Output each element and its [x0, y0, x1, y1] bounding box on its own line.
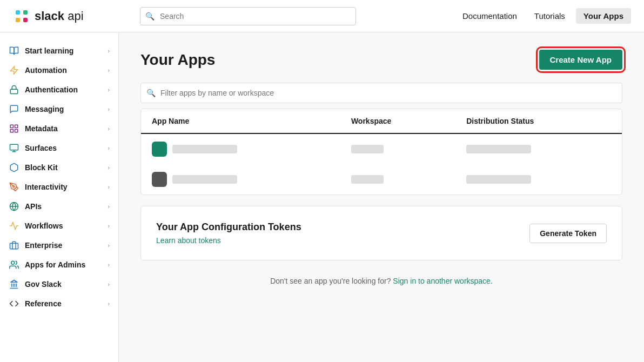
apps-table: App Name Workspace Distribution Status [141, 109, 622, 195]
search-icon: 🔍 [145, 12, 155, 21]
learn-about-tokens-link[interactable]: Learn about tokens [156, 236, 221, 245]
sidebar-item-gov-slack[interactable]: Gov Slack › [0, 274, 118, 294]
sidebar-label-apps-for-admins: Apps for Admins [25, 260, 85, 269]
sidebar-item-enterprise[interactable]: Enterprise › [0, 236, 118, 255]
status-blurred [466, 175, 531, 184]
status-cell [455, 133, 622, 164]
svg-rect-16 [10, 243, 18, 249]
workspace-cell [340, 164, 455, 195]
svg-rect-8 [15, 130, 18, 132]
svg-marker-23 [11, 280, 17, 283]
sidebar-label-block-kit: Block Kit [25, 163, 58, 172]
app-name-cell [141, 164, 340, 195]
sidebar-item-workflows[interactable]: Workflows › [0, 216, 118, 236]
app-name-blurred [172, 145, 237, 153]
sidebar-item-reference[interactable]: Reference › [0, 294, 118, 313]
col-distribution-status: Distribution Status [455, 109, 622, 133]
svg-point-17 [11, 261, 15, 264]
sidebar-label-enterprise: Enterprise [25, 241, 62, 250]
sidebar-label-interactivity: Interactivity [25, 183, 68, 191]
logo-wordmark: slack api [35, 9, 84, 23]
interact-icon [9, 182, 19, 192]
sidebar-item-automation[interactable]: Automation › [0, 61, 118, 80]
svg-rect-5 [10, 89, 18, 93]
svg-rect-6 [10, 125, 13, 128]
sidebar-item-interactivity[interactable]: Interactivity › [0, 177, 118, 197]
chevron-icon: › [108, 106, 110, 112]
grid-icon [9, 123, 19, 134]
tokens-info: Your App Configuration Tokens Learn abou… [156, 222, 301, 245]
col-workspace: Workspace [340, 109, 455, 133]
create-new-app-button[interactable]: Create New App [539, 50, 622, 70]
sidebar-label-automation: Automation [25, 66, 67, 75]
bolt-icon [9, 65, 19, 76]
sidebar-item-surfaces[interactable]: Surfaces › [0, 138, 118, 158]
generate-token-button[interactable]: Generate Token [529, 224, 607, 243]
sidebar-item-apis[interactable]: APIs › [0, 197, 118, 216]
sidebar-item-messaging[interactable]: Messaging › [0, 99, 118, 119]
table-row[interactable] [141, 133, 622, 164]
admin-icon [9, 259, 19, 270]
chevron-icon: › [108, 203, 110, 210]
svg-rect-2 [16, 18, 20, 22]
app-avatar [152, 142, 167, 157]
sidebar-item-start-learning[interactable]: Start learning › [0, 41, 118, 61]
chat-icon [9, 104, 19, 115]
search-input[interactable] [140, 7, 356, 25]
lock-icon [9, 84, 19, 95]
sidebar-label-surfaces: Surfaces [25, 144, 57, 152]
filter-apps-input[interactable] [140, 83, 622, 103]
sidebar-label-authentication: Authentication [25, 85, 78, 94]
app-name-blurred [172, 175, 237, 184]
app-name-cell [141, 133, 340, 164]
page-title: Your Apps [140, 51, 215, 69]
code-icon [9, 298, 19, 309]
header: slack api 🔍 Documentation Tutorials Your… [0, 0, 644, 32]
logo-area: slack api [13, 8, 84, 25]
status-blurred [466, 145, 531, 153]
sidebar-label-messaging: Messaging [25, 105, 64, 113]
sidebar-label-metadata: Metadata [25, 124, 58, 133]
sidebar-item-metadata[interactable]: Metadata › [0, 119, 118, 138]
chevron-icon: › [108, 281, 110, 287]
sidebar-label-gov-slack: Gov Slack [25, 280, 62, 289]
documentation-link[interactable]: Documentation [456, 8, 524, 24]
tutorials-link[interactable]: Tutorials [528, 8, 572, 24]
page-layout: Start learning › Automation › Authentica… [0, 32, 644, 362]
app-avatar [152, 172, 167, 187]
page-header: Your Apps Create New App [140, 50, 622, 70]
sidebar-item-block-kit[interactable]: Block Kit › [0, 158, 118, 177]
svg-marker-4 [10, 66, 18, 75]
sidebar-label-reference: Reference [25, 299, 62, 308]
svg-rect-7 [15, 125, 18, 128]
svg-rect-10 [10, 144, 18, 150]
your-apps-nav-button[interactable]: Your Apps [576, 8, 631, 24]
chevron-icon: › [108, 125, 110, 132]
table-header-row: App Name Workspace Distribution Status [141, 109, 622, 133]
footer-text: Don't see an app you're looking for? [270, 277, 391, 285]
chevron-icon: › [108, 184, 110, 190]
status-cell [455, 164, 622, 195]
svg-rect-3 [23, 18, 28, 22]
book-icon [9, 45, 19, 56]
chevron-icon: › [108, 262, 110, 268]
chevron-icon: › [108, 145, 110, 151]
sidebar-item-apps-for-admins[interactable]: Apps for Admins › [0, 255, 118, 274]
svg-rect-0 [16, 10, 20, 15]
sidebar-label-apis: APIs [25, 202, 42, 211]
sign-in-workspace-link[interactable]: Sign in to another workspace. [393, 277, 492, 285]
chevron-icon: › [108, 48, 110, 54]
chevron-icon: › [108, 67, 110, 73]
table-row[interactable] [141, 164, 622, 195]
filter-bar: 🔍 [140, 83, 622, 103]
apps-table-card: App Name Workspace Distribution Status [140, 109, 622, 195]
slack-logo-icon [13, 8, 30, 25]
workspace-blurred [351, 175, 384, 184]
workspace-cell [340, 133, 455, 164]
header-nav: Documentation Tutorials Your Apps [456, 8, 631, 24]
tokens-card: Your App Configuration Tokens Learn abou… [140, 206, 622, 260]
footer-note: Don't see an app you're looking for? Sig… [140, 271, 622, 296]
svg-rect-1 [23, 10, 28, 15]
header-search-area: 🔍 [140, 7, 356, 25]
sidebar-item-authentication[interactable]: Authentication › [0, 80, 118, 99]
